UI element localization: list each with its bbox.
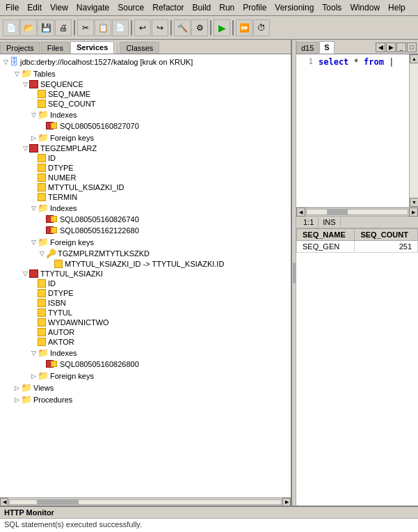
seq-count-col[interactable]: SEQ_COUNT [1,99,289,109]
tab-d15[interactable]: d15 [296,42,319,54]
run-button[interactable]: ▶ [214,19,230,36]
seq-name-label: SEQ_NAME [48,90,90,98]
tree-hscrollbar[interactable]: ◀ ▶ [0,497,291,506]
teg-dtype-col[interactable]: DTYPE [1,163,289,173]
tree-root[interactable]: ▽ 🗄 jdbc:derby://localhost:1527/katalog … [1,56,289,68]
tt-idx1[interactable]: SQL080505160826800 [1,359,289,370]
editor-vscrollbar[interactable]: ▲ ▼ [409,54,418,207]
teg-fk1-col[interactable]: MTYTUL_KSIAZKI_ID -> TTYTUL_KSIAZKI.ID [1,259,289,269]
panel-minimize-btn[interactable]: _ [396,42,406,52]
menu-window[interactable]: Window [346,1,384,14]
tt-fkeys-folder[interactable]: ▷ 📁 Foreign keys [1,370,289,382]
sql-editor[interactable]: 1 select * from | ▲ ▼ [296,54,418,208]
tt-wydaw-col[interactable]: WYDAWNICTWO [1,318,289,327]
tt-dtype-col[interactable]: DTYPE [1,288,289,298]
teg-indexes-folder[interactable]: ▽ 📁 Indexes [1,202,289,214]
hscroll-thumb[interactable] [37,500,79,504]
hscroll-right-btn[interactable]: ▶ [282,498,291,506]
views-folder[interactable]: ▷ 📁 Views [1,382,289,393]
menu-profile[interactable]: Profile [239,1,271,14]
tt-isbn-col[interactable]: ISBN [1,298,289,308]
editor-hscroll-left[interactable]: ◀ [296,208,305,217]
left-panel: Projects Files Services Classes ▽ 🗄 jdbc… [0,40,292,506]
menu-versioning[interactable]: Versioning [271,1,318,14]
redo-button[interactable]: ↪ [152,19,168,36]
teg-numer-col[interactable]: NUMER [1,173,289,182]
teg-termin-col[interactable]: TERMIN [1,192,289,202]
tt-autor-col[interactable]: AUTOR [1,327,289,337]
tt-aktor-col[interactable]: AKTOR [1,337,289,347]
menu-refactor[interactable]: Refactor [148,1,188,14]
procedures-expand-icon: ▷ [13,396,21,404]
teg-fkeys-expand: ▽ [29,238,38,247]
undo-button[interactable]: ↩ [134,19,151,36]
debug-button[interactable]: ⏩ [236,19,252,36]
tab-services[interactable]: Services [70,41,114,54]
tt-tytul-label: TYTUL [48,308,72,317]
menu-source[interactable]: Source [113,1,148,14]
tables-folder[interactable]: ▽ 📁 Tables [1,68,289,79]
seq-name-col[interactable]: SEQ_NAME [1,89,289,99]
table-icon [29,80,38,88]
column-icon [38,289,46,297]
tab-s[interactable]: S [319,41,334,54]
menu-help[interactable]: Help [384,1,410,14]
rebuild-button[interactable]: ⚙ [191,19,208,36]
editor-hscroll-thumb[interactable] [327,210,348,214]
sql-keyword-select: select [319,57,348,67]
teg-idx2[interactable]: SQL080505162122680 [1,225,289,236]
tegzemplarz-table[interactable]: ▽ TEGZEMPLARZ [1,143,289,153]
tables-expand-icon: ▽ [13,70,21,78]
teg-mtytul-col[interactable]: MTYTUL_KSIAZKI_ID [1,182,289,192]
print-button[interactable]: 🖨 [55,19,72,36]
vscroll-down-btn[interactable]: ▼ [410,198,418,207]
paste-button[interactable]: 📄 [112,19,129,36]
menu-build[interactable]: Build [188,1,216,14]
teg-idx1[interactable]: SQL080505160826740 [1,214,289,225]
teg-fk1[interactable]: ▽ 🔑 TGZMPLRZMTYTLKSZKD [1,248,289,259]
editor-hscroll-right[interactable]: ▶ [409,208,418,217]
column-icon [38,154,46,162]
menu-tools[interactable]: Tools [318,1,346,14]
result-row-1[interactable]: SEQ_GEN 251 [297,241,418,253]
cut-button[interactable]: ✂ [77,19,94,36]
ttytul-table[interactable]: ▽ TTYTUL_KSIAZKI [1,269,289,279]
hscroll-left-btn[interactable]: ◀ [0,498,8,506]
copy-button[interactable]: 📋 [95,19,111,36]
menu-navigate[interactable]: Navigate [72,1,113,14]
seq-count-label: SEQ_COUNT [48,100,95,108]
vscroll-up-btn[interactable]: ▲ [410,54,418,63]
seq-idx1[interactable]: SQL080505160827070 [1,120,289,132]
save-button[interactable]: 💾 [38,19,54,36]
menu-file[interactable]: File [1,1,23,14]
tab-projects[interactable]: Projects [0,42,40,54]
tab-classes[interactable]: Classes [120,42,159,54]
build-button[interactable]: 🔨 [174,19,191,36]
tree-container[interactable]: ▽ 🗄 jdbc:derby://localhost:1527/katalog … [0,54,291,497]
teg-mtytul-label: MTYTUL_KSIAZKI_ID [48,183,124,191]
menu-run[interactable]: Run [215,1,239,14]
tt-id-label: ID [48,279,56,288]
tt-dtype-label: DTYPE [48,289,74,297]
new-button[interactable]: 📄 [3,19,19,36]
tt-isbn-label: ISBN [48,299,66,307]
tt-id-col[interactable]: ID [1,279,289,288]
results-area: SEQ_NAME SEQ_COUNT SEQ_GEN 251 [296,228,418,506]
editor-hscrollbar[interactable]: ◀ ▶ [296,208,418,217]
nav-next-btn[interactable]: ▶ [386,42,396,52]
teg-fkeys-folder[interactable]: ▽ 📁 Foreign keys [1,236,289,248]
tt-indexes-folder[interactable]: ▽ 📁 Indexes [1,347,289,359]
nav-prev-btn[interactable]: ◀ [376,42,385,52]
tab-files[interactable]: Files [41,42,70,54]
menu-view[interactable]: View [46,1,72,14]
seq-fkeys-folder[interactable]: ▷ 📁 Foreign keys [1,132,289,143]
tt-tytul-col[interactable]: TYTUL [1,308,289,318]
menu-edit[interactable]: Edit [23,1,46,14]
seq-indexes-folder[interactable]: ▽ 📁 Indexes [1,109,289,120]
procedures-folder[interactable]: ▷ 📁 Procedures [1,393,289,405]
open-button[interactable]: 📂 [20,19,37,36]
sequence-table[interactable]: ▽ SEQUENCE [1,79,289,89]
panel-maximize-btn[interactable]: □ [407,42,417,52]
clock-button[interactable]: ⏱ [253,19,270,36]
teg-id-col[interactable]: ID [1,153,289,163]
